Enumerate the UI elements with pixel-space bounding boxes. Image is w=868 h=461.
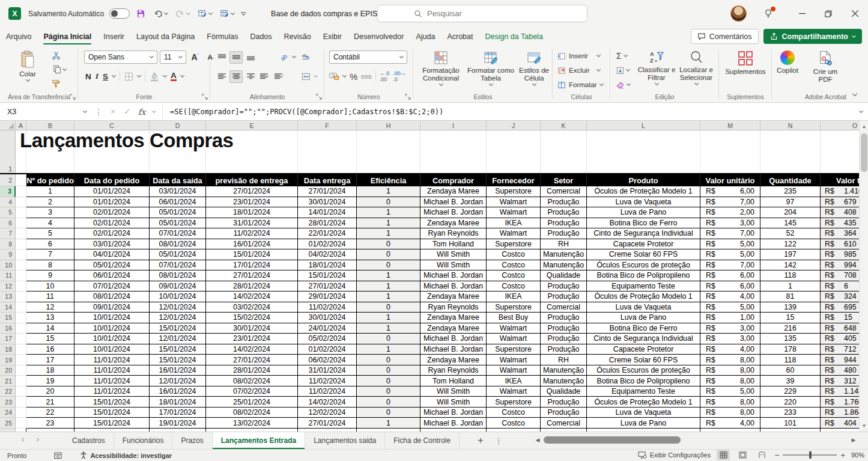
accessibility-status[interactable]: Acessibilidade: investigar [80,451,172,459]
font-dialog-launcher[interactable] [202,94,208,100]
cell-delivery-forecast[interactable]: 14/02/2024 [206,344,298,355]
cell-buyer[interactable]: Michael B. Jordan [420,197,487,208]
cell-product[interactable]: Óculos de Proteção Modelo 1 [587,397,700,408]
cell-order-number[interactable]: 8 [26,260,74,271]
empty-cell-F1[interactable] [298,130,357,173]
merge-center-button[interactable] [299,70,312,83]
cell-efficiency[interactable]: 1 [357,418,420,429]
empty-cell-A18[interactable] [16,344,26,355]
cell-sector[interactable]: Produção [541,281,587,292]
row-header-12[interactable]: 12 [0,281,16,292]
empty-cell-L1[interactable] [587,130,700,173]
column-header-F[interactable]: F [298,121,357,130]
cell-product[interactable]: Cinto de Segurança Individual [587,334,700,344]
cell-departure-date[interactable]: 05/01/2024 [150,207,206,218]
cell-sector[interactable]: Produção [541,334,587,344]
cell-delivery-forecast[interactable]: 15/02/2024 [206,313,298,323]
cell-delivery-forecast[interactable]: 03/02/2024 [206,302,298,313]
cell-supplier[interactable]: Walmart [487,365,541,376]
cell-departure-date[interactable]: 07/01/2024 [150,260,206,271]
cell-styles-button[interactable]: Estilos de Célula [517,47,551,85]
zoom-level[interactable]: 90% [851,451,864,459]
vertical-scrollbar[interactable]: ▲ ▼ [859,121,868,432]
cell-departure-date[interactable]: 12/01/2024 [150,313,206,323]
hscroll-right-arrow-icon[interactable]: ▶ [849,437,858,443]
cell-unit-price[interactable]: R$8,00 [700,376,760,386]
cell-product[interactable]: Equipamento Teste [587,281,700,292]
cell-order-date[interactable]: 15/01/2024 [74,397,150,408]
cell-unit-price[interactable]: R$5,00 [700,302,760,313]
cut-button[interactable] [49,49,62,62]
cell-delivery-date[interactable]: 22/01/2024 [298,228,357,239]
horizontal-scrollbar-thumb[interactable] [544,436,681,444]
empty-cell-M1[interactable] [700,130,760,173]
cell-sector[interactable]: RH [541,355,587,365]
name-box[interactable]: X3 [0,103,91,120]
cell-supplier[interactable]: Walmart [487,228,541,239]
cell-buyer[interactable]: Michael B. Jordan [420,207,487,218]
copy-button[interactable] [49,63,70,76]
cell-order-date[interactable]: 02/01/2024 [74,228,150,239]
cell-order-number[interactable]: 17 [26,355,74,365]
cell-product[interactable]: Óculos Escuros de proteção [587,260,700,271]
cell-departure-date[interactable]: 08/01/2024 [150,239,206,250]
row-header-8[interactable]: 8 [0,239,16,250]
insert-cells-button[interactable]: Inserir [557,49,600,63]
cell-efficiency[interactable]: 1 [357,313,420,323]
cell-unit-price[interactable]: R$2,00 [700,207,760,218]
cell-sector[interactable]: Comercial [541,186,587,197]
hscroll-left-arrow-icon[interactable]: ◀ [533,437,542,443]
cell-order-date[interactable]: 06/01/2024 [74,270,150,281]
table-header-7[interactable]: Comprador [420,174,487,186]
cell-supplier[interactable]: Best Buy [487,313,541,323]
table-header-11[interactable]: Valor unitário [700,174,760,186]
conditional-formatting-button[interactable]: Formatação Condicional [417,47,465,85]
search-input[interactable]: Pesquisar [377,5,587,22]
cell-supplier[interactable]: Walmart [487,323,541,334]
cell-unit-price[interactable]: R$6,00 [700,186,760,197]
empty-cell-N1[interactable] [760,130,821,173]
empty-cell-A4[interactable] [16,197,26,208]
menu-tab-acrobat[interactable]: Acrobat [441,27,479,46]
cell-delivery-date[interactable]: 15/01/2024 [298,270,357,281]
cell-quantity[interactable]: 1 [760,281,821,292]
cell-supplier[interactable]: IKEA [487,218,541,229]
cell-efficiency[interactable]: 0 [357,376,420,386]
increase-indent-button[interactable]: → [273,70,286,83]
cell-departure-date[interactable]: 07/01/2024 [150,228,206,239]
cell-unit-price[interactable]: R$3,00 [700,218,760,229]
autosum-button[interactable]: Σ [616,49,627,63]
cell-order-number[interactable]: 21 [26,397,74,408]
cell-unit-price[interactable]: R$8,00 [700,408,760,418]
cell-departure-date[interactable]: 12/01/2024 [150,376,206,386]
cell-delivery-date[interactable]: 01/02/2024 [298,344,357,355]
cell-unit-price[interactable]: R$4,00 [700,344,760,355]
cell-order-date[interactable]: 10/01/2024 [74,334,150,344]
cell-sector[interactable]: Produção [541,313,587,323]
cell-delivery-forecast[interactable]: 23/01/2024 [206,197,298,208]
merge-chevron-icon[interactable] [314,73,318,78]
cell-sector[interactable]: RH [541,239,587,250]
cell-sector[interactable]: Produção [541,197,587,208]
cell-supplier[interactable]: Walmart [487,197,541,208]
column-header-I[interactable]: I [420,121,487,130]
row-header-3[interactable]: 3 [0,186,16,197]
scroll-up-arrow-icon[interactable]: ▲ [860,122,868,131]
cell-order-number[interactable]: 22 [26,408,74,418]
clipboard-dialog-launcher[interactable] [70,94,76,100]
cell-delivery-date[interactable]: 06/02/2024 [298,355,357,365]
normal-view-button[interactable] [717,450,730,460]
cell-departure-date[interactable]: 15/01/2024 [150,344,206,355]
cell-buyer[interactable]: Will Smith [420,397,487,408]
table-header-10[interactable]: Produto [587,174,700,186]
cell-buyer[interactable]: Michael B. Jordan [420,344,487,355]
empty-cell-J1[interactable] [487,130,541,173]
collapse-ribbon-button[interactable] [852,91,857,96]
spreadsheet-grid[interactable]: ABCDEFHIJKLMNO12Nº do pedidoData do pedi… [0,121,868,432]
cell-buyer[interactable]: Michael B. Jordan [420,281,487,292]
cell-buyer[interactable]: Zendaya Maree [420,323,487,334]
cell-departure-date[interactable]: 10/01/2024 [150,292,206,302]
column-header-L[interactable]: L [587,121,700,130]
cell-delivery-forecast[interactable]: 28/01/2024 [206,365,298,376]
cell-product[interactable]: Luva de Vaqueta [587,197,700,208]
